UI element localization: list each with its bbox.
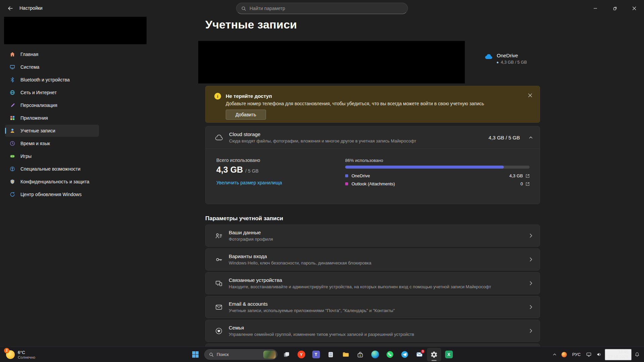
sunny-weather-icon: 2 (6, 350, 15, 359)
tray-app-icon (561, 352, 567, 357)
cloud-icon (215, 135, 223, 140)
chevron-up-icon[interactable] (529, 135, 533, 140)
storage-progress-fill (345, 166, 504, 169)
back-button[interactable] (3, 2, 17, 14)
clock-button[interactable]: 13:45 22.10.2025 (605, 349, 632, 360)
task-view-button[interactable] (279, 348, 293, 361)
external-link-icon[interactable] (526, 182, 530, 186)
close-icon (632, 6, 636, 10)
network-icon (9, 90, 15, 96)
notification-center-button[interactable] (632, 349, 642, 361)
next-item-partially-visible[interactable] (205, 344, 540, 347)
sidebar-nav: Главная Система Bluetooth и устройства С… (0, 48, 148, 201)
weather-condition: Солнечно (18, 355, 35, 359)
sidebar-item-windows-update[interactable]: Центр обновления Windows (5, 188, 99, 200)
teams-button[interactable]: T (309, 348, 323, 361)
sidebar-item-apps[interactable]: Приложения (5, 112, 99, 124)
excel-button[interactable]: X (442, 348, 456, 361)
volume-button[interactable] (594, 349, 604, 361)
microsoft-store-button[interactable] (353, 348, 367, 361)
sidebar-item-system[interactable]: Система (5, 61, 99, 73)
onedrive-usage: 4,3 GB / 5 GB (501, 60, 527, 65)
language-indicator[interactable]: РУС (570, 349, 583, 361)
storage-progress-bar (345, 166, 530, 169)
teams-icon: T (312, 351, 320, 358)
taskbar-search-label: Поиск (217, 352, 260, 357)
redacted-account-info (198, 41, 465, 83)
widgets-badge: 2 (4, 348, 9, 353)
tray-app-button[interactable] (559, 349, 569, 361)
search-daily-image (263, 351, 276, 359)
total-used-value: 4,3 GB (216, 165, 243, 175)
sidebar-item-privacy[interactable]: Конфиденциальность и защита (5, 176, 99, 188)
sidebar-item-games[interactable]: Игры (5, 150, 99, 162)
your-info-icon (215, 232, 223, 240)
maximize-button[interactable] (605, 0, 625, 17)
sidebar: Главная Система Bluetooth и устройства С… (0, 17, 148, 347)
search-icon (241, 6, 246, 11)
games-icon (9, 154, 15, 159)
sidebar-item-home[interactable]: Главная (5, 48, 99, 60)
taskbar-center: Поиск Y T (188, 347, 456, 362)
hidden-icons-button[interactable] (550, 349, 559, 361)
email-accounts-item[interactable]: Email & accounts Учетные записи, использ… (205, 296, 540, 318)
legend-row-onedrive: OneDrive 4,3 GB (345, 173, 530, 178)
onedrive-summary[interactable]: OneDrive 4,3 GB / 5 GB (485, 53, 527, 65)
cloud-storage-subtitle: Сюда входят файлы, фотографии, вложения … (229, 138, 416, 143)
dismiss-warning-button[interactable] (525, 90, 535, 100)
network-button[interactable] (584, 349, 594, 361)
settings-search-input[interactable] (250, 6, 403, 11)
your-info-item[interactable]: Ваши данные Фотография профиля (205, 225, 540, 247)
taskbar-search-button[interactable]: Поиск (204, 349, 277, 360)
sidebar-item-time-language[interactable]: Время и язык (5, 137, 99, 149)
back-arrow-icon (8, 6, 13, 11)
sidebar-item-network[interactable]: Сеть и Интернет (5, 86, 99, 99)
chevron-right-icon (529, 257, 533, 262)
sidebar-item-accounts[interactable]: Учетные записи (5, 125, 99, 137)
cloud-storage-expander[interactable]: Cloud storage Сюда входят файлы, фотогра… (206, 126, 540, 148)
warning-title: Не теряйте доступ (226, 93, 272, 99)
settings-search[interactable] (236, 3, 408, 14)
search-icon (209, 352, 214, 357)
yandex-browser-button[interactable]: Y (294, 348, 308, 361)
excel-icon: X (445, 351, 453, 358)
edge-button[interactable] (368, 348, 382, 361)
widgets-weather-button[interactable]: 2 6°C Солнечно (3, 347, 39, 362)
volume-icon (596, 352, 602, 357)
start-button[interactable] (188, 348, 202, 361)
titlebar: Настройки (0, 0, 644, 17)
settings-window: Настройки Главная Си (0, 0, 644, 362)
file-explorer-icon (342, 351, 350, 358)
add-phone-button[interactable]: Добавить (226, 110, 266, 120)
whatsapp-button[interactable] (383, 348, 397, 361)
apps-icon (9, 115, 15, 121)
taskbar: 2 6°C Солнечно Поиск Y T (0, 347, 644, 362)
mail-button[interactable]: 3 (412, 348, 426, 361)
minimize-button[interactable] (586, 0, 605, 17)
settings-button[interactable] (427, 348, 441, 361)
time-language-icon (9, 141, 15, 146)
sidebar-item-accessibility[interactable]: Специальные возможности (5, 163, 99, 175)
storage-percent-label: 86% использовано (345, 158, 530, 163)
file-explorer-button[interactable] (338, 348, 353, 361)
home-icon (9, 52, 15, 57)
close-button[interactable] (625, 0, 644, 17)
cloud-storage-card: Cloud storage Сюда входят файлы, фотогра… (205, 126, 540, 204)
family-item[interactable]: Семья Управление семейной группой, измен… (205, 320, 540, 342)
legend-row-outlook: Outlook (Attachments) 0 (345, 181, 530, 186)
mail-badge: 3 (420, 349, 425, 354)
increase-storage-link[interactable]: Увеличить размер хранилища (216, 180, 282, 185)
tray-time: 13:45 (618, 350, 628, 355)
page-title: Учетные записи (205, 18, 297, 31)
status-dot (497, 62, 498, 63)
tray-date: 22.10.2025 (608, 355, 628, 360)
accessibility-icon (9, 166, 15, 172)
sidebar-item-bluetooth[interactable]: Bluetooth и устройства (5, 74, 99, 86)
sidebar-item-personalization[interactable]: Персонализация (5, 99, 99, 111)
bluetooth-icon (9, 77, 15, 83)
external-link-icon[interactable] (526, 174, 530, 178)
linked-devices-item[interactable]: Связанные устройства Находите, восстанав… (205, 272, 540, 294)
sign-in-options-item[interactable]: Варианты входа Windows Hello, ключ безоп… (205, 248, 540, 270)
calculator-button[interactable] (324, 348, 338, 361)
telegram-button[interactable] (397, 348, 412, 361)
